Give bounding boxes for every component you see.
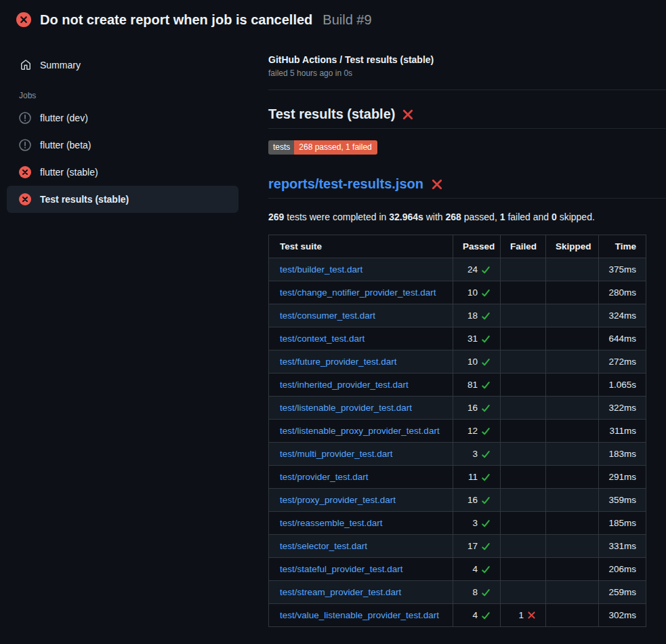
job-label: flutter (beta) (40, 140, 91, 150)
table-row: test/reassemble_test.dart 3 (269, 512, 646, 535)
sidebar-job-item[interactable]: flutter (beta) (7, 132, 238, 159)
test-results-table: Test suite Passed Failed Skipped Time te… (268, 235, 646, 627)
table-row: test/change_notifier_provider_test.dart … (269, 281, 646, 304)
passed-value: 8 (472, 587, 478, 597)
check-icon (481, 472, 491, 482)
page-header: Do not create report when job is cancell… (0, 0, 666, 38)
time-value: 183ms (599, 443, 646, 466)
sidebar: Summary Jobs (7, 38, 238, 213)
passed-count: 268 (446, 212, 461, 222)
check-icon (481, 519, 491, 528)
table-row: test/stateful_provider_test.dart 4 (269, 558, 646, 581)
passed-value: 18 (467, 310, 478, 321)
col-test-suite: Test suite (269, 235, 453, 258)
status-line: failed 5 hours ago in 0s (268, 68, 666, 78)
check-icon (481, 496, 491, 505)
table-header-row: Test suite Passed Failed Skipped Time (269, 235, 646, 258)
test-suite-link[interactable]: test/proxy_provider_test.dart (280, 495, 396, 505)
passed-value: 81 (467, 380, 478, 390)
table-row: test/inherited_provider_test.dart 81 (269, 374, 646, 397)
time-value: 644ms (599, 327, 646, 350)
time-value: 375ms (599, 258, 646, 281)
tests-status-badge: tests 268 passed, 1 failed (268, 140, 377, 155)
run-failed-icon (16, 12, 31, 27)
test-suite-link[interactable]: test/stateful_provider_test.dart (280, 564, 403, 574)
time-value: 1.065s (599, 374, 646, 397)
col-passed: Passed (453, 235, 501, 258)
main-content: GitHub Actions / Test results (stable) f… (268, 38, 666, 627)
summary-sentence: 269 tests were completed in 32.964s with… (268, 212, 666, 222)
table-row: test/proxy_provider_test.dart 16 (269, 489, 646, 512)
test-suite-link[interactable]: test/builder_test.dart (280, 264, 362, 275)
report-heading: reports/test-results.json (268, 176, 666, 199)
check-icon (481, 403, 491, 413)
test-suite-link[interactable]: test/listenable_provider_test.dart (280, 403, 412, 413)
time-value: 359ms (599, 489, 646, 512)
passed-value: 16 (467, 495, 478, 505)
check-icon (481, 588, 491, 597)
check-icon (481, 311, 491, 321)
sidebar-job-item[interactable]: Test results (stable) (7, 186, 238, 213)
table-row: test/context_test.dart 31 (269, 327, 646, 350)
test-suite-link[interactable]: test/provider_test.dart (280, 472, 369, 482)
test-suite-link[interactable]: test/listenable_proxy_provider_test.dart (280, 426, 440, 436)
sidebar-summary-label: Summary (40, 60, 81, 71)
page-title: Do not create report when job is cancell… (40, 12, 312, 28)
divider (268, 89, 666, 90)
sidebar-job-item[interactable]: flutter (dev) (7, 104, 238, 132)
time-value: 206ms (599, 558, 646, 581)
table-row: test/selector_test.dart 17 (269, 535, 646, 558)
test-suite-link[interactable]: test/change_notifier_provider_test.dart (280, 287, 436, 298)
report-link[interactable]: reports/test-results.json (268, 176, 423, 192)
check-icon (481, 565, 491, 574)
table-row: test/listenable_provider_test.dart 16 (269, 397, 646, 420)
passed-value: 4 (472, 610, 478, 620)
check-icon (481, 357, 491, 367)
test-suite-link[interactable]: test/consumer_test.dart (280, 310, 375, 321)
passed-value: 12 (467, 426, 478, 436)
table-row: test/consumer_test.dart 18 (269, 304, 646, 327)
time-value: 259ms (599, 581, 646, 604)
check-icon (481, 449, 491, 459)
breadcrumb: GitHub Actions / Test results (stable) (268, 54, 666, 65)
report-failed-cross-icon (431, 178, 443, 190)
passed-value: 10 (467, 357, 478, 367)
duration: 32.964s (389, 212, 423, 222)
sidebar-job-item[interactable]: flutter (stable) (7, 159, 238, 186)
test-suite-link[interactable]: test/selector_test.dart (280, 541, 367, 551)
time-value: 322ms (599, 397, 646, 420)
test-suite-link[interactable]: test/reassemble_test.dart (280, 518, 383, 528)
table-row: test/stream_provider_test.dart 8 (269, 581, 646, 604)
table-row: test/builder_test.dart 24 (269, 258, 646, 281)
job-cancelled-icon (19, 139, 31, 151)
jobs-list: flutter (dev) (7, 104, 238, 213)
sidebar-item-summary[interactable]: Summary (7, 53, 238, 77)
test-suite-link[interactable]: test/value_listenable_provider_test.dart (280, 610, 439, 620)
test-suite-link[interactable]: test/multi_provider_test.dart (280, 449, 393, 459)
time-value: 185ms (599, 512, 646, 535)
col-failed: Failed (501, 235, 546, 258)
check-icon (481, 334, 491, 344)
time-value: 280ms (599, 281, 646, 304)
section-title: Test results (stable) (268, 106, 395, 122)
total-count: 269 (268, 212, 284, 222)
job-failed-icon (19, 193, 31, 205)
check-icon (481, 542, 491, 551)
cross-icon (527, 611, 536, 620)
check-icon (481, 265, 491, 275)
build-number: Build #9 (322, 12, 371, 28)
test-suite-link[interactable]: test/context_test.dart (280, 334, 365, 344)
test-suite-link[interactable]: test/inherited_provider_test.dart (280, 380, 409, 390)
passed-value: 11 (468, 472, 478, 482)
table-row: test/value_listenable_provider_test.dart… (269, 604, 646, 627)
time-value: 291ms (599, 466, 646, 489)
home-icon (20, 60, 31, 71)
passed-value: 10 (467, 287, 478, 298)
table-row: test/future_provider_test.dart 10 (269, 350, 646, 374)
job-label: Test results (stable) (40, 194, 129, 205)
failed-count: 1 (500, 212, 505, 222)
test-suite-link[interactable]: test/stream_provider_test.dart (280, 587, 401, 597)
check-icon (481, 380, 491, 390)
test-suite-link[interactable]: test/future_provider_test.dart (280, 357, 397, 367)
skipped-count: 0 (551, 212, 557, 222)
